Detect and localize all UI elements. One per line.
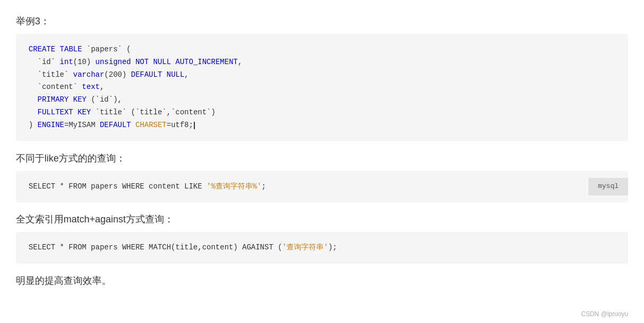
mysql-label: mysql: [588, 178, 628, 195]
kw-auto-inc: AUTO_INCREMENT: [175, 58, 238, 66]
kw-not-null: NOT NULL: [136, 58, 171, 66]
unlike-like-code: SELECT * FROM papers WHERE content LIKE …: [29, 181, 615, 193]
kw-text: text: [82, 83, 100, 91]
bottom-text: 明显的提高查询效率。: [16, 274, 628, 287]
unlike-like-title: 不同于like方式的的查询：: [16, 152, 628, 165]
kw-default2: DEFAULT: [100, 121, 131, 129]
kw-primary-key: PRIMARY KEY: [38, 95, 86, 104]
credit-text: CSDN @lpruoyu: [581, 310, 628, 318]
kw-fulltext-key: FULLTEXT KEY: [38, 108, 91, 116]
unlike-like-code-block: mysql SELECT * FROM papers WHERE content…: [16, 171, 628, 203]
string-like: '%查询字符串%': [207, 182, 262, 191]
kw-table: TABLE: [60, 45, 82, 53]
charset-orange: CHARSET: [136, 121, 167, 129]
fulltext-code: SELECT * FROM papers WHERE MATCH(title,c…: [29, 241, 615, 254]
example3-code: CREATE TABLE `papers` ( `id` int(10) uns…: [29, 43, 615, 132]
kw-varchar: varchar: [73, 70, 104, 79]
kw-default-null: DEFAULT NULL: [131, 70, 184, 79]
page-content: 举例3： CREATE TABLE `papers` ( `id` int(10…: [16, 15, 628, 287]
fulltext-code-block: SELECT * FROM papers WHERE MATCH(title,c…: [16, 232, 628, 264]
kw-create: CREATE: [29, 45, 55, 53]
string-against: '查询字符串': [282, 243, 328, 252]
kw-unsigned: unsigned: [95, 58, 131, 66]
kw-int: int: [60, 58, 73, 66]
fulltext-title: 全文索引用match+against方式查询：: [16, 213, 628, 226]
example3-code-block: CREATE TABLE `papers` ( `id` int(10) uns…: [16, 34, 628, 141]
kw-engine: ENGINE: [38, 121, 64, 129]
example3-title: 举例3：: [16, 15, 628, 28]
text-cursor: [194, 122, 195, 129]
